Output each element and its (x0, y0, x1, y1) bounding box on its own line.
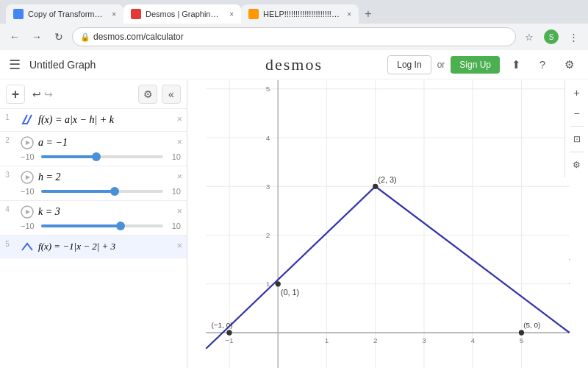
svg-text:3: 3 (266, 183, 270, 191)
expr-play-3[interactable] (21, 171, 34, 184)
slider-min-2: −10 (21, 152, 38, 161)
svg-marker-3 (26, 175, 30, 180)
hamburger-menu[interactable]: ☰ (9, 57, 21, 73)
svg-text:2: 2 (373, 336, 378, 344)
expr-close-2[interactable]: × (176, 136, 182, 147)
tab-favicon-3 (248, 9, 259, 19)
graph-area[interactable]: −1 0 1 2 3 4 5 6 1 2 3 4 5 (187, 80, 588, 368)
svg-text:1: 1 (325, 336, 329, 344)
tab-label-2: Desmos | Graphing Calculator (146, 10, 222, 18)
help-button[interactable]: ? (532, 54, 553, 75)
svg-text:(−1, 0): (−1, 0) (211, 321, 232, 329)
expression-row-3: 3 × h = 2 −10 10 (0, 166, 187, 201)
settings-button[interactable]: ⚙ (559, 54, 579, 75)
svg-text:(5, 0): (5, 0) (523, 321, 540, 329)
refresh-button[interactable]: ↻ (50, 28, 68, 46)
expr-num-5: 5 (0, 240, 15, 248)
slider-track-2[interactable] (41, 155, 163, 158)
url-bar[interactable]: 🔒 desmos.com/calculator (72, 27, 516, 46)
expression-row-5: 5 × f(x) = −1|x − 2| + 3 (0, 236, 187, 258)
graph-overlay: −1 1 2 3 4 5 1 2 3 4 5 (2, 3) (187, 80, 588, 368)
expr-num-2: 2 (0, 136, 15, 144)
tab-close-1[interactable]: × (112, 10, 116, 18)
expr-formula-4[interactable]: k = 3 (38, 206, 60, 218)
svg-point-67 (226, 330, 232, 335)
svg-text:4: 4 (470, 336, 475, 344)
expression-row-1: 1 × f(x) = a|x − h| + k (0, 109, 187, 132)
expr-close-4[interactable]: × (176, 205, 182, 216)
expr-formula-1[interactable]: f(x) = a|x − h| + k (38, 114, 114, 126)
expr-close-3[interactable]: × (176, 171, 182, 182)
slider-row-4: −10 10 (21, 222, 181, 230)
svg-point-68 (519, 330, 524, 335)
desmos-app: + ↩ ↪ ⚙ « 1 × f(x) = (0, 51, 588, 368)
tab-label-3: HELP!!!!!!!!!!!!!!!!!!!!!! need h... (263, 10, 340, 18)
add-expression-button[interactable]: + (6, 85, 25, 104)
expr-close-1[interactable]: × (176, 113, 182, 124)
zoom-in-button[interactable]: + (567, 83, 587, 102)
forward-button[interactable]: → (28, 28, 46, 46)
sidebar-header: + ↩ ↪ ⚙ « (0, 80, 187, 109)
zoom-out-button[interactable]: − (567, 104, 587, 123)
slider-max-4: 10 (166, 222, 181, 230)
expr-play-4[interactable] (21, 205, 34, 219)
svg-text:−1: −1 (225, 336, 234, 344)
signup-button[interactable]: Sign Up (451, 56, 500, 74)
slider-row-2: −10 10 (21, 152, 181, 161)
slider-thumb-4[interactable] (116, 222, 125, 230)
menu-button[interactable]: ⋮ (564, 28, 582, 46)
svg-text:3: 3 (422, 336, 426, 344)
svg-text:(2, 3): (2, 3) (378, 175, 396, 184)
sidebar-settings-button[interactable]: ⚙ (138, 85, 157, 104)
svg-text:5: 5 (520, 336, 524, 344)
expr-num-4: 4 (0, 205, 15, 213)
share-button[interactable]: ⬆ (506, 54, 526, 75)
desmos-topbar: ☰ Untitled Graph desmos Log In or Sign U… (0, 50, 588, 79)
profile-button[interactable]: S (542, 28, 560, 46)
slider-thumb-3[interactable] (110, 187, 119, 196)
expr-close-5[interactable]: × (176, 240, 182, 251)
graph-title[interactable]: Untitled Graph (29, 59, 96, 71)
profile-avatar: S (544, 29, 559, 44)
tab-close-2[interactable]: × (229, 10, 234, 18)
svg-point-66 (276, 281, 281, 286)
tab-favicon-2 (131, 9, 141, 19)
bookmark-button[interactable]: ☆ (520, 28, 538, 46)
redo-btn[interactable]: ↪ (44, 88, 53, 100)
toolbar-divider-2 (570, 152, 584, 152)
new-tab-button[interactable]: + (359, 4, 378, 24)
expr-play-2[interactable] (21, 136, 34, 149)
zoom-fit-button[interactable]: ⊡ (567, 130, 587, 149)
svg-text:2: 2 (266, 231, 270, 239)
expr-icon-1 (21, 113, 34, 127)
graph-settings-button[interactable]: ⚙ (567, 155, 587, 174)
undo-btn[interactable]: ↩ (32, 88, 41, 100)
slider-track-3[interactable] (41, 190, 163, 193)
expr-formula-3[interactable]: h = 2 (38, 171, 60, 183)
back-button[interactable]: ← (6, 28, 24, 46)
expr-formula-5[interactable]: f(x) = −1|x − 2| + 3 (38, 241, 115, 252)
tab-favicon-1 (13, 9, 24, 19)
slider-track-4[interactable] (41, 224, 163, 227)
tab-copy-transform[interactable]: Copy of Transformation Form... × (6, 4, 123, 24)
sidebar-panel: + ↩ ↪ ⚙ « 1 × f(x) = (0, 80, 187, 368)
tab-help[interactable]: HELP!!!!!!!!!!!!!!!!!!!!!! need h... × (241, 4, 359, 24)
expr-content-4: k = 3 −10 10 (21, 205, 181, 230)
lock-icon: 🔒 (80, 32, 90, 42)
tab-desmos[interactable]: Desmos | Graphing Calculator × (123, 4, 241, 24)
slider-thumb-2[interactable] (92, 152, 101, 161)
svg-point-65 (373, 184, 378, 189)
slider-row-3: −10 10 (21, 187, 181, 196)
sidebar-collapse-button[interactable]: « (162, 85, 181, 104)
expr-icon-5 (21, 240, 34, 253)
svg-text:(0, 1): (0, 1) (281, 288, 299, 297)
login-button[interactable]: Log In (387, 55, 431, 74)
expr-content-5: f(x) = −1|x − 2| + 3 (21, 240, 181, 253)
slider-min-4: −10 (21, 222, 38, 230)
tab-label-1: Copy of Transformation Form... (28, 10, 104, 18)
tab-close-3[interactable]: × (347, 10, 351, 18)
slider-max-3: 10 (166, 187, 181, 196)
expr-formula-2[interactable]: a = −1 (38, 137, 68, 149)
or-label: or (437, 60, 445, 70)
expr-content-1: f(x) = a|x − h| + k (21, 113, 181, 127)
